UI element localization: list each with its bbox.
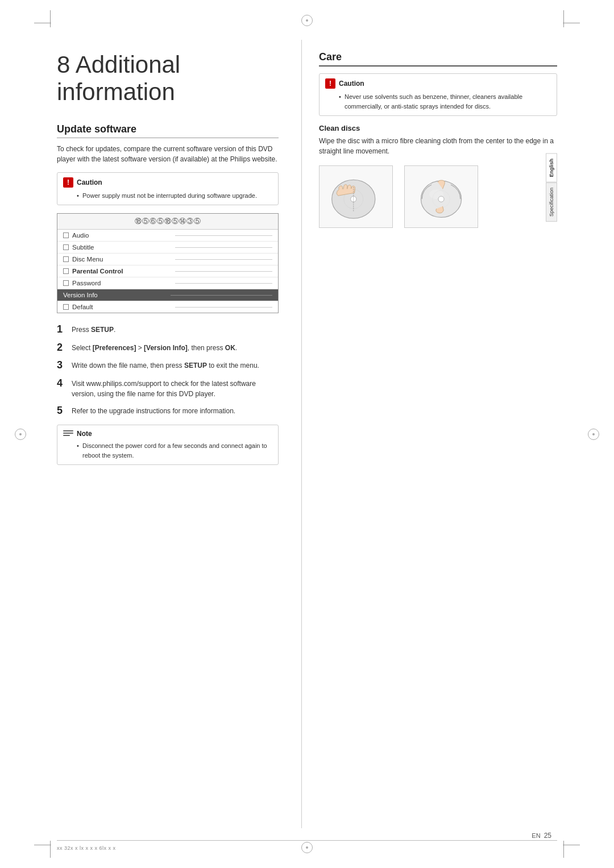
footer-area: xx 32x x lx x x x 6lx x x — [57, 840, 557, 851]
setup-menu-header: ⑱⑤⑥⑤⑱⑤⑭③⑤ — [57, 214, 278, 230]
step-num-5: 5 — [57, 405, 67, 417]
chapter-title-line2: information — [57, 78, 175, 105]
note-icon-line-2 — [63, 433, 73, 434]
setup-menu-row-discmenu: Disc Menu — [57, 254, 278, 265]
step-text-2: Select [Preferences] > [Version Info], t… — [72, 342, 237, 354]
setup-menu-row-subtitle: Subtitle — [57, 242, 278, 254]
step-text-1: Press SETUP. — [72, 323, 115, 336]
note-label: Note — [77, 430, 92, 438]
step-text-5: Refer to the upgrade instructions for mo… — [72, 405, 235, 417]
step-text-4: Visit www.philips.com/support to check f… — [72, 377, 279, 399]
checkbox-parentalcontrol — [63, 268, 69, 274]
checkbox-subtitle — [63, 244, 69, 250]
setup-menu-row-audio: Audio — [57, 230, 278, 242]
disc-image-2 — [404, 165, 478, 228]
step-4: 4 Visit www.philips.com/support to check… — [57, 377, 279, 399]
setup-menu-row-parentalcontrol: Parental Control — [57, 265, 278, 277]
checkbox-discmenu — [63, 256, 69, 262]
registration-mark-left — [15, 429, 26, 440]
page-number-area: EN 25 — [532, 832, 551, 840]
row-label-versioninfo: Version Info — [63, 292, 165, 298]
row-line-discmenu — [175, 259, 272, 260]
caution-care-label: Caution — [339, 80, 364, 88]
svg-point-6 — [438, 196, 444, 202]
row-line-audio — [175, 235, 272, 236]
setup-menu-row-password: Password — [57, 277, 278, 289]
clean-discs-text: Wipe the disc with a micro fibre cleanin… — [319, 136, 557, 156]
caution-header: ! Caution — [63, 177, 272, 188]
clean-discs-title: Clean discs — [319, 124, 557, 132]
row-label-default: Default — [72, 304, 169, 310]
note-text: Disconnect the power cord for a few seco… — [63, 441, 272, 460]
row-line-default — [175, 307, 272, 308]
note-icon-line-1 — [63, 430, 73, 431]
row-label-subtitle: Subtitle — [72, 244, 169, 251]
setup-menu-row-default: Default — [57, 301, 278, 313]
checkbox-audio — [63, 232, 69, 238]
disc-image-1 — [319, 165, 393, 228]
row-label-parentalcontrol: Parental Control — [72, 268, 169, 275]
caution-label: Caution — [77, 178, 102, 186]
checkbox-default — [63, 304, 69, 310]
step-num-2: 2 — [57, 342, 67, 354]
setup-menu-row-versioninfo: Version Info — [57, 289, 278, 301]
step-1: 1 Press SETUP. — [57, 323, 279, 336]
page-lang: EN — [532, 832, 540, 839]
registration-mark-top — [301, 15, 313, 26]
step-5: 5 Refer to the upgrade instructions for … — [57, 405, 279, 417]
caution-care-text: Never use solvents such as benzene, thin… — [325, 92, 551, 111]
caution-box-update: ! Caution Power supply must not be inter… — [57, 172, 279, 206]
caution-care-icon: ! — [325, 78, 335, 89]
note-box: Note Disconnect the power cord for a few… — [57, 425, 279, 465]
caution-care-header: ! Caution — [325, 78, 551, 89]
side-tab-english: English — [546, 153, 557, 182]
note-header: Note — [63, 430, 272, 438]
chapter-title: 8 Additional information — [57, 51, 279, 106]
checkbox-password — [63, 280, 69, 286]
step-num-1: 1 — [57, 323, 67, 336]
update-software-title: Update software — [57, 123, 279, 138]
right-column: Care ! Caution Never use solvents such a… — [301, 40, 557, 828]
row-line-versioninfo — [171, 295, 272, 296]
disc-svg-1 — [325, 171, 387, 222]
row-label-password: Password — [72, 280, 169, 286]
footer-code: xx 32x x lx x x x 6lx x x — [57, 845, 116, 851]
step-2: 2 Select [Preferences] > [Version Info],… — [57, 342, 279, 354]
step-num-4: 4 — [57, 377, 67, 399]
disc-images — [319, 165, 557, 228]
caution-care-item-1: Never use solvents such as benzene, thin… — [339, 92, 551, 111]
caution-box-care: ! Caution Never use solvents such as ben… — [319, 73, 557, 116]
side-tab-specification: Specification — [546, 182, 557, 222]
row-line-subtitle — [175, 247, 272, 248]
chapter-number: 8 — [57, 51, 70, 78]
care-section-title: Care — [319, 51, 557, 67]
registration-mark-right — [588, 429, 599, 440]
content-area: 8 Additional information Update software… — [57, 40, 557, 828]
disc-svg-2 — [410, 171, 472, 222]
caution-icon: ! — [63, 177, 73, 188]
note-icon-line-3 — [63, 435, 70, 436]
side-tabs: English Specification — [546, 153, 557, 222]
row-line-parentalcontrol — [175, 271, 272, 272]
caution-text-update: Power supply must not be interrupted dur… — [63, 191, 272, 201]
step-3: 3 Write down the file name, then press S… — [57, 359, 279, 372]
setup-menu: ⑱⑤⑥⑤⑱⑤⑭③⑤ Audio Subtitle Disc Menu Paren… — [57, 213, 279, 313]
update-software-intro: To check for updates, compare the curren… — [57, 144, 279, 164]
row-line-password — [175, 283, 272, 284]
step-text-3: Write down the file name, then press SET… — [72, 359, 259, 372]
note-icon — [63, 430, 73, 437]
page-num: 25 — [544, 832, 551, 840]
step-num-3: 3 — [57, 359, 67, 372]
row-label-discmenu: Disc Menu — [72, 256, 169, 263]
row-label-audio: Audio — [72, 232, 169, 239]
left-column: 8 Additional information Update software… — [57, 40, 301, 828]
caution-item-1: Power supply must not be interrupted dur… — [77, 191, 272, 201]
chapter-title-line1: Additional — [76, 51, 180, 78]
note-item-1: Disconnect the power cord for a few seco… — [77, 441, 272, 460]
steps-list: 1 Press SETUP. 2 Select [Preferences] > … — [57, 323, 279, 417]
